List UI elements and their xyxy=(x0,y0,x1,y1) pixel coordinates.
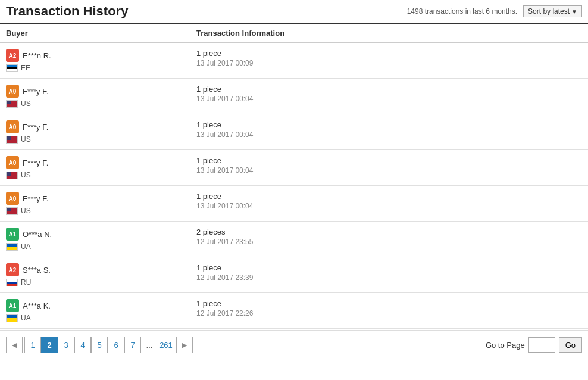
buyer-top: A1 A***a K. xyxy=(6,299,196,312)
transaction-date: 12 Jul 2017 23:39 xyxy=(196,273,582,282)
country-code: US xyxy=(21,135,31,144)
country-code: US xyxy=(21,207,31,215)
transaction-date: 13 Jul 2017 00:04 xyxy=(196,130,582,139)
table-row: A0 F***y F. US 1 piece 13 Jul 2017 00:04 xyxy=(0,114,588,150)
table-row: A2 S***a S. RU 1 piece 12 Jul 2017 23:39 xyxy=(0,257,588,293)
table-row: A0 F***y F. US 1 piece 13 Jul 2017 00:04 xyxy=(0,150,588,186)
buyer-top: A2 S***a S. xyxy=(6,263,196,276)
pieces-count: 1 piece xyxy=(196,299,582,308)
goto-area: Go to Page Go xyxy=(486,337,582,353)
buyer-name: S***a S. xyxy=(23,266,51,275)
goto-label: Go to Page xyxy=(486,341,525,350)
sort-label: Sort by latest xyxy=(528,7,570,15)
avatar: A0 xyxy=(6,192,19,205)
avatar: A2 xyxy=(6,49,19,62)
pieces-count: 1 piece xyxy=(196,85,582,94)
page-ellipsis: ... xyxy=(141,337,158,353)
pagination: ◀ 1234567...261 ▶ xyxy=(6,337,193,353)
table-row: A0 F***y F. US 1 piece 13 Jul 2017 00:04 xyxy=(0,79,588,114)
transaction-date: 13 Jul 2017 00:04 xyxy=(196,95,582,103)
country-flag-icon xyxy=(6,207,18,215)
country-flag-icon xyxy=(6,279,18,286)
buyer-name: E***n R. xyxy=(23,51,51,60)
buyer-section: A0 F***y F. US xyxy=(6,192,196,215)
buyer-section: A2 E***n R. EE xyxy=(6,49,196,72)
buyer-name: O***a N. xyxy=(23,230,52,239)
transaction-summary: 1498 transactions in last 6 months. xyxy=(407,7,517,15)
goto-input[interactable] xyxy=(528,337,555,353)
buyer-country: EE xyxy=(6,64,196,72)
sort-arrow-icon: ▼ xyxy=(571,8,577,15)
page-button-7[interactable]: 7 xyxy=(124,337,141,353)
country-flag-icon xyxy=(6,314,18,322)
prev-page-button[interactable]: ◀ xyxy=(6,337,23,353)
page-button-6[interactable]: 6 xyxy=(108,337,124,353)
info-section: 1 piece 13 Jul 2017 00:04 xyxy=(196,156,582,175)
country-flag-icon xyxy=(6,243,18,251)
buyer-country: US xyxy=(6,171,196,179)
country-flag-icon xyxy=(6,136,18,144)
buyer-name: F***y F. xyxy=(23,158,48,167)
page-title: Transaction History xyxy=(6,4,128,19)
country-code: US xyxy=(21,171,31,179)
avatar: A0 xyxy=(6,120,19,133)
info-section: 1 piece 12 Jul 2017 22:26 xyxy=(196,299,582,317)
buyer-section: A0 F***y F. US xyxy=(6,85,196,108)
buyer-country: RU xyxy=(6,278,196,286)
buyer-top: A1 O***a N. xyxy=(6,228,196,241)
country-code: UA xyxy=(21,314,31,322)
country-code: US xyxy=(21,99,31,108)
avatar: A1 xyxy=(6,228,19,241)
buyer-country: US xyxy=(6,135,196,144)
page-button-3[interactable]: 3 xyxy=(58,337,74,353)
buyer-top: A0 F***y F. xyxy=(6,192,196,205)
buyer-name: F***y F. xyxy=(23,194,48,203)
avatar: A2 xyxy=(6,263,19,276)
page-header: Transaction History 1498 transactions in… xyxy=(0,0,588,24)
page-button-261[interactable]: 261 xyxy=(158,337,174,353)
page-button-2[interactable]: 2 xyxy=(41,337,58,353)
buyer-name: A***a K. xyxy=(23,301,51,310)
buyer-country: UA xyxy=(6,242,196,251)
buyer-section: A0 F***y F. US xyxy=(6,120,196,144)
buyer-top: A0 F***y F. xyxy=(6,85,196,98)
buyer-top: A2 E***n R. xyxy=(6,49,196,62)
avatar: A1 xyxy=(6,299,19,312)
buyer-section: A2 S***a S. RU xyxy=(6,263,196,286)
buyer-section: A1 A***a K. UA xyxy=(6,299,196,322)
info-section: 1 piece 13 Jul 2017 00:04 xyxy=(196,85,582,103)
buyer-name: F***y F. xyxy=(23,87,48,96)
buyer-country: UA xyxy=(6,314,196,322)
pieces-count: 2 pieces xyxy=(196,228,582,236)
next-page-button[interactable]: ▶ xyxy=(176,337,193,353)
avatar: A0 xyxy=(6,85,19,98)
buyer-section: A1 O***a N. UA xyxy=(6,228,196,251)
transaction-date: 13 Jul 2017 00:04 xyxy=(196,166,582,175)
country-code: RU xyxy=(21,278,31,286)
goto-button[interactable]: Go xyxy=(559,337,582,353)
info-section: 1 piece 12 Jul 2017 23:39 xyxy=(196,263,582,282)
buyer-section: A0 F***y F. US xyxy=(6,156,196,179)
buyer-country: US xyxy=(6,207,196,215)
table-row: A1 O***a N. UA 2 pieces 12 Jul 2017 23:5… xyxy=(0,222,588,257)
table-row: A1 A***a K. UA 1 piece 12 Jul 2017 22:26 xyxy=(0,293,588,329)
country-flag-icon xyxy=(6,172,18,179)
pieces-count: 1 piece xyxy=(196,49,582,58)
pagination-area: ◀ 1234567...261 ▶ Go to Page Go xyxy=(0,330,588,359)
country-flag-icon xyxy=(6,64,18,72)
col-header-buyer: Buyer xyxy=(6,29,196,38)
pieces-count: 1 piece xyxy=(196,192,582,201)
sort-button[interactable]: Sort by latest ▼ xyxy=(523,5,582,17)
header-right: 1498 transactions in last 6 months. Sort… xyxy=(407,5,582,17)
buyer-country: US xyxy=(6,99,196,108)
transaction-date: 12 Jul 2017 23:55 xyxy=(196,238,582,246)
table-header: Buyer Transaction Information xyxy=(0,24,588,43)
page-button-1[interactable]: 1 xyxy=(24,337,41,353)
page-button-4[interactable]: 4 xyxy=(74,337,91,353)
pieces-count: 1 piece xyxy=(196,263,582,272)
info-section: 1 piece 13 Jul 2017 00:09 xyxy=(196,49,582,67)
transaction-date: 13 Jul 2017 00:09 xyxy=(196,59,582,67)
page-button-5[interactable]: 5 xyxy=(91,337,108,353)
buyer-name: F***y F. xyxy=(23,123,48,132)
table-row: A0 F***y F. US 1 piece 13 Jul 2017 00:04 xyxy=(0,186,588,222)
